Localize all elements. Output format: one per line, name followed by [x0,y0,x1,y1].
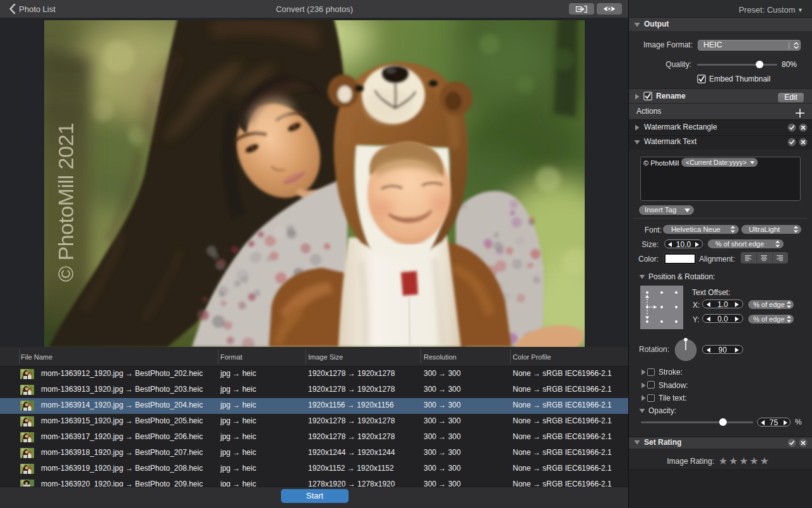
svg-text:© PhotoMill 2021: © PhotoMill 2021 [54,123,78,282]
